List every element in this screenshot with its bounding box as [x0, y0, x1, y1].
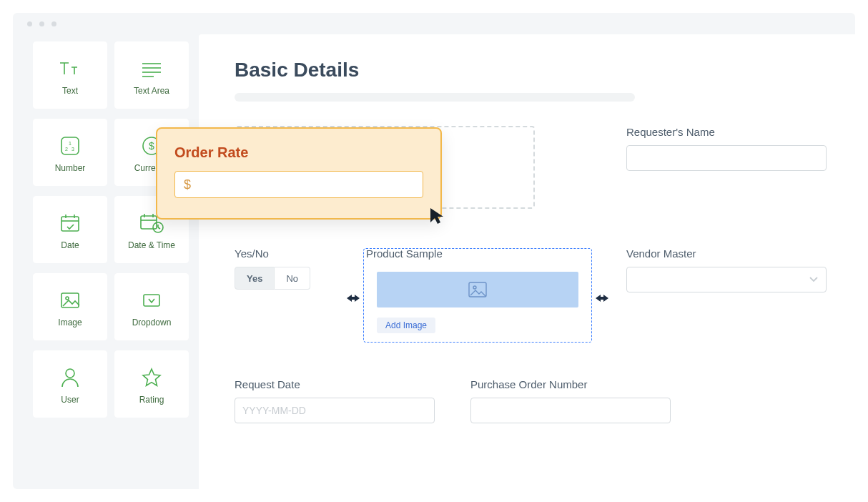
palette-item-label: Dropdown	[132, 318, 172, 328]
window-dot	[39, 21, 44, 26]
palette-item-user[interactable]: User	[33, 350, 107, 418]
add-image-button[interactable]: Add Image	[377, 318, 435, 333]
palette-item-dropdown[interactable]: Dropdown	[114, 273, 189, 340]
requester-input[interactable]	[626, 145, 827, 171]
svg-rect-14	[141, 216, 157, 229]
field-requester: Requester's Name	[626, 126, 827, 171]
form-canvas: Basic Details Requester's Name Yes/No Ye…	[199, 34, 855, 489]
request-date-input[interactable]	[235, 398, 435, 423]
svg-text:3: 3	[71, 147, 74, 152]
palette-item-number[interactable]: 1 2 3 Number	[33, 119, 107, 186]
resize-handle-right-icon[interactable]	[595, 293, 609, 303]
drag-card-input[interactable]: $	[174, 171, 423, 198]
dragging-field-card[interactable]: Order Rate $	[156, 127, 442, 220]
svg-text:$: $	[149, 140, 154, 152]
palette-item-textarea[interactable]: Text Area	[114, 41, 189, 109]
request-date-label: Request Date	[235, 378, 435, 390]
vendor-select[interactable]	[626, 267, 827, 292]
palette-item-label: Date	[61, 240, 79, 250]
image-icon	[56, 287, 84, 313]
svg-rect-4	[61, 137, 79, 154]
rating-icon	[137, 365, 166, 390]
window-titlebar	[13, 13, 855, 34]
yesno-no-button[interactable]: No	[275, 267, 310, 290]
cursor-icon	[429, 207, 445, 225]
yesno-yes-button[interactable]: Yes	[235, 267, 275, 290]
svg-point-22	[66, 297, 69, 300]
page-title: Basic Details	[235, 59, 827, 82]
resize-handle-left-icon[interactable]	[346, 293, 360, 303]
svg-line-20	[158, 227, 160, 229]
date-icon	[56, 210, 84, 236]
yesno-label: Yes/No	[235, 247, 342, 260]
workspace: Text Text Area 1 2 3	[13, 34, 855, 489]
field-request-date: Request Date	[235, 378, 435, 423]
po-number-input[interactable]	[470, 398, 671, 423]
palette-item-label: Text Area	[134, 86, 169, 96]
field-po-number: Purchase Order Number	[470, 378, 671, 423]
palette-item-label: Rating	[139, 395, 164, 405]
svg-point-24	[66, 369, 74, 378]
window-dot	[27, 21, 32, 26]
palette-item-label: User	[61, 395, 79, 405]
palette-item-label: Image	[58, 318, 82, 328]
svg-text:1: 1	[69, 141, 71, 146]
palette-item-image[interactable]: Image	[33, 273, 107, 340]
palette-item-text[interactable]: Text	[33, 41, 107, 109]
palette-item-rating[interactable]: Rating	[114, 350, 189, 418]
app-window: Text Text Area 1 2 3	[13, 13, 855, 489]
drag-card-title: Order Rate	[174, 144, 423, 161]
field-palette: Text Text Area 1 2 3	[13, 34, 199, 489]
dropdown-icon	[137, 287, 166, 313]
user-icon	[56, 365, 84, 390]
yesno-segmented: Yes No	[235, 267, 310, 290]
textarea-icon	[137, 56, 166, 82]
subtitle-placeholder	[235, 93, 635, 102]
number-icon: 1 2 3	[56, 133, 84, 159]
product-sample-box[interactable]: Add Image	[363, 248, 592, 343]
palette-item-date[interactable]: Date	[33, 196, 107, 263]
field-yesno: Yes/No Yes No	[235, 247, 342, 290]
requester-label: Requester's Name	[626, 126, 827, 138]
currency-prefix: $	[184, 177, 191, 192]
image-placeholder-icon	[377, 272, 578, 307]
vendor-label: Vendor Master	[626, 247, 827, 260]
svg-rect-23	[144, 295, 159, 306]
palette-item-label: Date & Time	[128, 240, 175, 250]
po-number-label: Purchase Order Number	[470, 378, 671, 390]
svg-point-26	[473, 286, 476, 289]
chevron-down-icon	[809, 277, 818, 282]
field-vendor-master: Vendor Master	[626, 247, 827, 292]
text-icon	[56, 56, 84, 82]
field-product-sample: Product Sample Add Image	[363, 247, 592, 343]
window-dot	[51, 21, 56, 26]
svg-text:2: 2	[65, 147, 68, 152]
palette-item-label: Number	[55, 163, 86, 173]
palette-item-label: Text	[62, 86, 78, 96]
